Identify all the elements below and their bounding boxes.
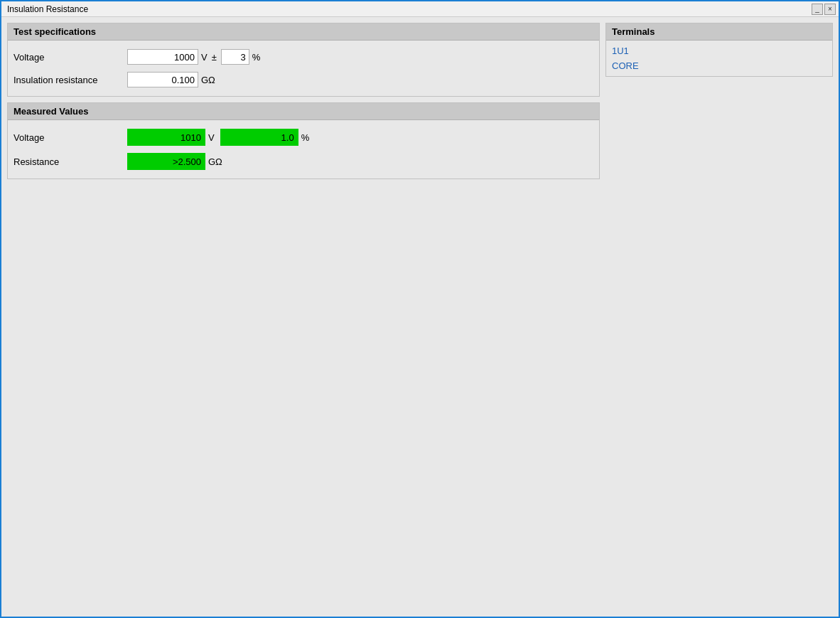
measured-resistance-unit: GΩ — [208, 156, 222, 167]
resistance-unit: GΩ — [201, 75, 215, 85]
voltage-label: Voltage — [14, 52, 127, 63]
test-specifications-header: Test specifications — [8, 23, 599, 41]
measured-voltage-value: 1010 — [127, 129, 205, 146]
measured-voltage-row: Voltage 1010 V 1.0 % — [14, 129, 593, 146]
percent-unit: % — [301, 132, 310, 143]
measured-voltage-percent: 1.0 — [220, 129, 298, 146]
title-bar-buttons: _ × — [812, 4, 836, 15]
test-specifications-body: Voltage V ± % Insulation resistance GΩ — [8, 41, 599, 96]
left-panel: Test specifications Voltage V ± % Insula… — [7, 23, 600, 611]
terminals-header: Terminals — [606, 23, 832, 41]
insulation-resistance-input[interactable] — [127, 72, 198, 87]
right-panel: Terminals 1U1 CORE — [605, 23, 833, 611]
voltage-input[interactable] — [127, 49, 198, 65]
measured-voltage-label: Voltage — [14, 132, 127, 143]
window-content: Test specifications Voltage V ± % Insula… — [1, 17, 839, 617]
minimize-button[interactable]: _ — [812, 4, 823, 15]
measured-values-section: Measured Values Voltage 1010 V 1.0 % — [7, 102, 600, 179]
plusminus-symbol: ± — [212, 52, 217, 63]
measured-resistance-value: >2.500 — [127, 153, 205, 170]
terminals-section: Terminals 1U1 CORE — [605, 23, 833, 77]
close-button[interactable]: × — [824, 4, 836, 15]
terminals-body: 1U1 CORE — [606, 41, 832, 76]
tolerance-input[interactable] — [221, 49, 249, 65]
measured-resistance-label: Resistance — [14, 156, 127, 167]
window-frame: Insulation Resistance _ × Test specifica… — [0, 0, 840, 618]
insulation-resistance-label: Insulation resistance — [14, 75, 127, 85]
measured-values-body: Voltage 1010 V 1.0 % Resistance — [8, 120, 599, 179]
title-bar: Insulation Resistance _ × — [1, 1, 839, 17]
measured-values-header: Measured Values — [8, 103, 599, 120]
window-title: Insulation Resistance — [4, 4, 88, 14]
measured-resistance-row: Resistance >2.500 GΩ — [14, 153, 593, 170]
insulation-resistance-row: Insulation resistance GΩ — [14, 72, 593, 87]
terminal-item-1u1[interactable]: 1U1 — [606, 43, 832, 58]
voltage-row: Voltage V ± % — [14, 49, 593, 65]
terminal-item-core[interactable]: CORE — [606, 58, 832, 73]
tolerance-unit: % — [252, 52, 261, 63]
voltage-unit: V — [201, 52, 208, 63]
test-specifications-section: Test specifications Voltage V ± % Insula… — [7, 23, 600, 97]
measured-voltage-unit: V — [208, 132, 215, 143]
